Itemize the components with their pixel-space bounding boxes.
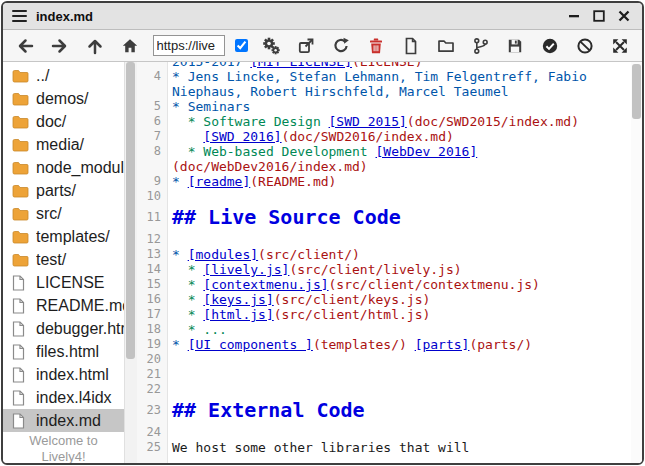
minimize-button[interactable] [565, 7, 583, 25]
folder-icon [12, 138, 30, 152]
home-button[interactable] [118, 34, 142, 58]
line-number: 17 [137, 307, 167, 322]
line-number: 4 [137, 69, 167, 84]
close-button[interactable] [615, 7, 633, 25]
sidebar-scrollbar-thumb[interactable] [126, 62, 135, 359]
line-number: 20 [137, 352, 167, 367]
editor-scrollbar[interactable] [631, 62, 642, 463]
editor-scrollbar-thumb[interactable] [632, 64, 641, 119]
editor-row: 9 * [readme](README.md) [137, 174, 642, 189]
code-line: 2015-2017 [MIT LICENSE](LICENSE) [167, 62, 422, 69]
arrow-left-icon [16, 37, 34, 55]
url-input[interactable] [153, 35, 225, 56]
line-number: 6 [137, 114, 167, 129]
code-line: * [keys.js](src/client/keys.js) [167, 292, 430, 307]
editor-row: 4 * Jens Lincke, Stefan Lehmann, Tim Fel… [137, 69, 642, 84]
line-number: 21 [137, 367, 167, 382]
md-url: (README.md) [250, 174, 336, 189]
folder-icon [12, 69, 30, 83]
editor-row: 17 * [html.js](src/client/html.js) [137, 307, 642, 322]
md-text: 2015-2017 [172, 62, 250, 69]
file-item[interactable]: node_modules/ [3, 156, 124, 179]
back-button[interactable] [13, 34, 37, 58]
line-number: 15 [137, 277, 167, 292]
code-line [167, 232, 172, 247]
md-text: * [172, 277, 203, 292]
code-line: * ... [167, 322, 227, 337]
md-text: * Web-based Development [172, 144, 376, 159]
gears-icon [262, 37, 280, 55]
folder-icon [12, 92, 30, 106]
line-number [137, 62, 167, 69]
reload-button[interactable] [329, 34, 353, 58]
markdown-editor[interactable]: 2015-2017 [MIT LICENSE](LICENSE) 4 * Jen… [137, 62, 642, 463]
line-number: 18 [137, 322, 167, 337]
md-text: We host some other libraries that will [172, 440, 469, 455]
file-item[interactable]: templates/ [3, 225, 124, 248]
file-item[interactable]: debugger.html [3, 317, 124, 340]
maximize-button[interactable] [590, 7, 608, 25]
code-line: Niephaus, Robert Hirschfeld, Marcel Taeu… [167, 84, 509, 99]
line-number: 14 [137, 262, 167, 277]
code-line [167, 367, 172, 382]
file-item[interactable]: index.html [3, 363, 124, 386]
delete-button[interactable] [364, 34, 388, 58]
md-link: [modules] [188, 247, 258, 262]
file-item-label: index.html [36, 366, 124, 384]
file-item-label: LICENSE [36, 274, 124, 292]
folder-icon [12, 230, 30, 244]
file-item[interactable]: demos/ [3, 87, 124, 110]
forward-button[interactable] [48, 34, 72, 58]
editor-row: (doc/WebDev2016/index.md) [137, 159, 642, 174]
file-item[interactable]: doc/ [3, 110, 124, 133]
file-item[interactable]: parts/ [3, 179, 124, 202]
file-item-label: doc/ [36, 113, 124, 131]
branch-icon [472, 37, 490, 55]
file-icon [12, 321, 30, 337]
new-folder-button[interactable] [434, 34, 458, 58]
file-item[interactable]: index.l4idx [3, 386, 124, 409]
file-item[interactable]: README.md [3, 294, 124, 317]
md-url: (doc/WebDev2016/index.md) [172, 159, 368, 174]
editor-row: 14 * [lively.js](src/client/lively.js) [137, 262, 642, 277]
settings-button[interactable] [259, 34, 283, 58]
file-item[interactable]: index.md [3, 409, 124, 432]
file-item-label: demos/ [36, 90, 124, 108]
menu-icon[interactable] [12, 10, 27, 22]
new-file-button[interactable] [399, 34, 423, 58]
editor-row: 21 [137, 367, 642, 382]
file-item[interactable]: ../ [3, 64, 124, 87]
url-checkbox[interactable] [235, 39, 248, 52]
md-link: [MIT LICENSE] [250, 62, 352, 69]
code-line: * Seminars [167, 99, 250, 114]
md-text: * Software Design [172, 114, 329, 129]
git-branch-button[interactable] [469, 34, 493, 58]
line-number [137, 159, 167, 174]
file-item[interactable]: LICENSE [3, 271, 124, 294]
open-external-button[interactable] [294, 34, 318, 58]
file-item-label: README.md [36, 297, 124, 315]
file-item-label: index.md [36, 412, 124, 430]
md-url: (LICENSE) [352, 62, 422, 69]
md-text: * ... [172, 322, 227, 337]
code-line: * [html.js](src/client/html.js) [167, 307, 430, 322]
file-item[interactable]: src/ [3, 202, 124, 225]
file-item[interactable]: test/ [3, 248, 124, 271]
line-number: 19 [137, 337, 167, 352]
home-icon [121, 37, 139, 55]
accept-button[interactable] [538, 34, 562, 58]
code-line: * [lively.js](src/client/lively.js) [167, 262, 462, 277]
code-line: * [contextmenu.js](src/client/contextmen… [167, 277, 540, 292]
md-url: (parts/) [469, 337, 532, 352]
save-button[interactable] [503, 34, 527, 58]
file-item[interactable]: media/ [3, 133, 124, 156]
sidebar-scrollbar[interactable] [124, 62, 137, 463]
up-button[interactable] [83, 34, 107, 58]
fullscreen-button[interactable] [608, 34, 632, 58]
file-item[interactable]: files.html [3, 340, 124, 363]
file-item-label: parts/ [36, 182, 124, 200]
md-url: (doc/SWD2016/index.md) [282, 129, 454, 144]
line-number: 7 [137, 129, 167, 144]
md-header: ## External Code [172, 398, 365, 422]
cancel-button[interactable] [573, 34, 597, 58]
